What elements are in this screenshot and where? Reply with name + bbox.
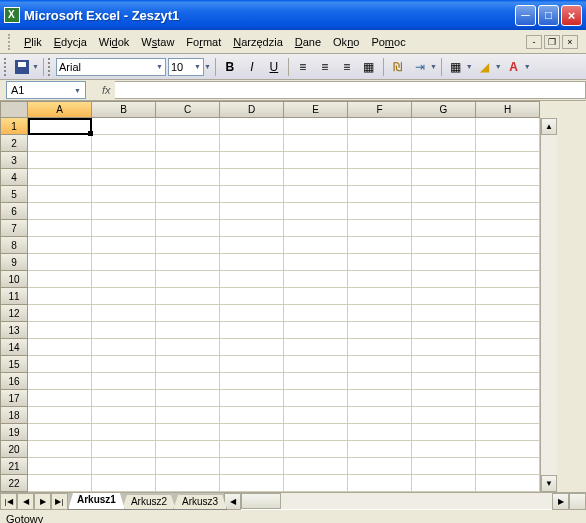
font-combo[interactable]: Arial ▼ [56, 58, 166, 76]
cell-G7[interactable] [412, 220, 476, 237]
row-header-12[interactable]: 12 [0, 305, 28, 322]
cell-H9[interactable] [476, 254, 540, 271]
cell-A2[interactable] [28, 135, 92, 152]
cell-H4[interactable] [476, 169, 540, 186]
cell-D10[interactable] [220, 271, 284, 288]
cell-C15[interactable] [156, 356, 220, 373]
cell-B21[interactable] [92, 458, 156, 475]
cell-B8[interactable] [92, 237, 156, 254]
column-header-C[interactable]: C [156, 101, 220, 118]
row-header-1[interactable]: 1 [0, 118, 28, 135]
cell-A1[interactable] [28, 118, 92, 135]
cell-F16[interactable] [348, 373, 412, 390]
cell-H3[interactable] [476, 152, 540, 169]
cell-C3[interactable] [156, 152, 220, 169]
menu-edycja[interactable]: Edycja [48, 34, 93, 50]
align-right-button[interactable]: ≡ [337, 57, 357, 77]
cell-D17[interactable] [220, 390, 284, 407]
cell-G22[interactable] [412, 475, 476, 492]
cell-F15[interactable] [348, 356, 412, 373]
cell-B1[interactable] [92, 118, 156, 135]
cell-A21[interactable] [28, 458, 92, 475]
sheet-tab-arkusz3[interactable]: Arkusz3 [173, 495, 227, 510]
cell-A14[interactable] [28, 339, 92, 356]
cell-H14[interactable] [476, 339, 540, 356]
menu-narzędzia[interactable]: Narzędzia [227, 34, 289, 50]
cell-E17[interactable] [284, 390, 348, 407]
cell-G17[interactable] [412, 390, 476, 407]
cell-C12[interactable] [156, 305, 220, 322]
cell-G18[interactable] [412, 407, 476, 424]
cell-D1[interactable] [220, 118, 284, 135]
cell-E2[interactable] [284, 135, 348, 152]
row-header-10[interactable]: 10 [0, 271, 28, 288]
cell-C1[interactable] [156, 118, 220, 135]
cell-B18[interactable] [92, 407, 156, 424]
font-size-combo[interactable]: 10 ▼ [168, 58, 204, 76]
cell-B6[interactable] [92, 203, 156, 220]
cell-F22[interactable] [348, 475, 412, 492]
grid-cells[interactable] [28, 118, 540, 492]
cell-G1[interactable] [412, 118, 476, 135]
cell-H16[interactable] [476, 373, 540, 390]
chevron-down-icon[interactable]: ▼ [466, 63, 473, 70]
fx-icon[interactable]: fx [102, 84, 111, 96]
indent-button[interactable]: ⇥ [410, 57, 430, 77]
cell-B9[interactable] [92, 254, 156, 271]
row-header-8[interactable]: 8 [0, 237, 28, 254]
cell-G14[interactable] [412, 339, 476, 356]
row-header-2[interactable]: 2 [0, 135, 28, 152]
row-header-6[interactable]: 6 [0, 203, 28, 220]
align-center-button[interactable]: ≡ [315, 57, 335, 77]
menu-pomoc[interactable]: Pomoc [365, 34, 411, 50]
cell-G3[interactable] [412, 152, 476, 169]
cell-C2[interactable] [156, 135, 220, 152]
cell-H13[interactable] [476, 322, 540, 339]
cell-H18[interactable] [476, 407, 540, 424]
column-header-E[interactable]: E [284, 101, 348, 118]
cell-G9[interactable] [412, 254, 476, 271]
hscroll-thumb[interactable] [241, 493, 281, 509]
cell-D7[interactable] [220, 220, 284, 237]
cell-F18[interactable] [348, 407, 412, 424]
select-all-corner[interactable] [0, 101, 28, 118]
cell-G11[interactable] [412, 288, 476, 305]
cell-H7[interactable] [476, 220, 540, 237]
prev-sheet-button[interactable]: ◀ [17, 493, 34, 510]
column-header-G[interactable]: G [412, 101, 476, 118]
cell-C7[interactable] [156, 220, 220, 237]
cell-G5[interactable] [412, 186, 476, 203]
cell-B3[interactable] [92, 152, 156, 169]
chevron-down-icon[interactable]: ▼ [204, 63, 211, 70]
cell-F7[interactable] [348, 220, 412, 237]
cell-D16[interactable] [220, 373, 284, 390]
cell-A15[interactable] [28, 356, 92, 373]
cell-A17[interactable] [28, 390, 92, 407]
cell-G12[interactable] [412, 305, 476, 322]
row-header-17[interactable]: 17 [0, 390, 28, 407]
cell-B11[interactable] [92, 288, 156, 305]
cell-C5[interactable] [156, 186, 220, 203]
cell-C17[interactable] [156, 390, 220, 407]
cell-C16[interactable] [156, 373, 220, 390]
column-header-D[interactable]: D [220, 101, 284, 118]
cell-E7[interactable] [284, 220, 348, 237]
row-header-9[interactable]: 9 [0, 254, 28, 271]
cell-H6[interactable] [476, 203, 540, 220]
cell-D20[interactable] [220, 441, 284, 458]
cell-D11[interactable] [220, 288, 284, 305]
column-header-A[interactable]: A [28, 101, 92, 118]
cell-F20[interactable] [348, 441, 412, 458]
toolbar-handle-2[interactable] [48, 58, 52, 76]
merge-button[interactable]: ▦ [359, 57, 379, 77]
cell-G8[interactable] [412, 237, 476, 254]
cell-E12[interactable] [284, 305, 348, 322]
cell-D5[interactable] [220, 186, 284, 203]
chevron-down-icon[interactable]: ▼ [524, 63, 531, 70]
cell-B7[interactable] [92, 220, 156, 237]
cell-E21[interactable] [284, 458, 348, 475]
cell-A5[interactable] [28, 186, 92, 203]
cell-B12[interactable] [92, 305, 156, 322]
cell-B19[interactable] [92, 424, 156, 441]
cell-F10[interactable] [348, 271, 412, 288]
